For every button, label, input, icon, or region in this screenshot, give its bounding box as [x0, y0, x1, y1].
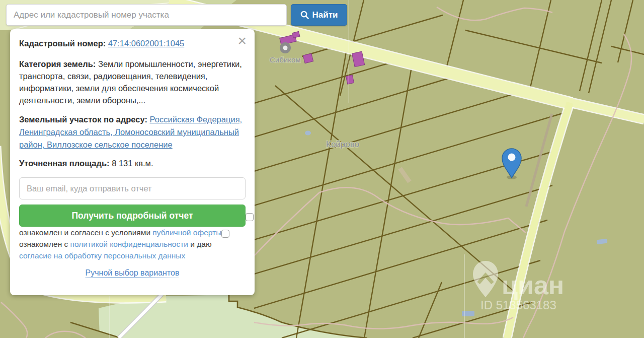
privacy-policy-link[interactable]: политикой конфиденциальности: [70, 240, 188, 248]
personal-data-link[interactable]: согласие на обработку персональных данны…: [19, 251, 185, 260]
search-button[interactable]: Найти: [291, 4, 347, 26]
land-category-row: Категория земель: Земли промышленности, …: [19, 58, 246, 106]
search-icon: [300, 11, 309, 19]
consent-offer-checkbox[interactable]: [246, 213, 254, 221]
land-category-label: Категория земель:: [19, 59, 96, 69]
cadastral-number-row: Кадастровый номер: 47:14:0602001:1045: [19, 37, 246, 49]
area-value: 8 131 кв.м.: [112, 159, 153, 168]
consent-privacy-middle: и даю: [188, 240, 212, 248]
cadastral-number-link[interactable]: 47:14:0602001:1045: [108, 39, 184, 48]
get-report-button[interactable]: Получить подробный отчет: [19, 205, 246, 227]
address-row: Земельный участок по адресу: Российская …: [19, 113, 246, 151]
parcel-info-panel: × Кадастровый номер: 47:14:0602001:1045 …: [10, 29, 255, 295]
consent-privacy-prefix: ознакомлен с: [19, 240, 70, 248]
poi-marker: [280, 42, 291, 53]
search-button-label: Найти: [312, 10, 338, 20]
address-label: Земельный участок по адресу:: [19, 115, 147, 124]
offer-link[interactable]: публичной оферты: [152, 228, 221, 237]
search-bar: Найти: [6, 4, 347, 26]
watermark-brand: циан: [502, 271, 564, 300]
area-row: Уточненная площадь: 8 131 кв.м.: [19, 158, 246, 169]
close-icon[interactable]: ×: [237, 33, 247, 48]
manual-select-link[interactable]: Ручной выбор вариантов: [86, 268, 180, 278]
consent-privacy-checkbox[interactable]: [221, 230, 229, 238]
map-label-settlement: Койрово: [326, 140, 359, 149]
cadastral-number-label: Кадастровый номер:: [19, 39, 106, 48]
area-label: Уточненная площадь:: [19, 159, 110, 168]
consent-offer-text: ознакомлен и согласен с условиями: [19, 228, 152, 237]
map-label-poi: Сибиком: [270, 55, 301, 64]
cadastral-map-page: Сибиком Койрово циан ID 513563183 Найти: [0, 0, 644, 338]
search-input[interactable]: [6, 4, 287, 26]
manual-select-row: Ручной выбор вариантов: [19, 268, 246, 278]
watermark-id: ID 513563183: [480, 298, 556, 312]
email-field[interactable]: [19, 177, 246, 199]
